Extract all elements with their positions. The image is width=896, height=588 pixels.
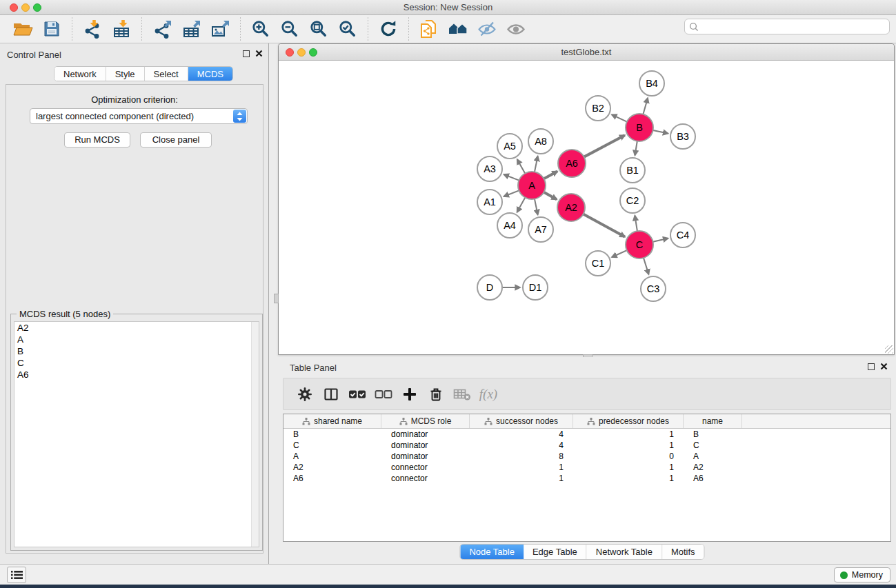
close-table-panel-icon[interactable] bbox=[880, 363, 888, 370]
node-B2[interactable]: B2 bbox=[586, 96, 610, 121]
table-cell[interactable]: dominator bbox=[381, 451, 470, 462]
tab-network-table[interactable]: Network Table bbox=[587, 545, 662, 559]
node-B4[interactable]: B4 bbox=[639, 71, 664, 96]
node-A5[interactable]: A5 bbox=[497, 134, 522, 159]
table-cell[interactable]: 4 bbox=[470, 429, 573, 440]
node-A[interactable]: A bbox=[518, 172, 546, 199]
close-panel-button[interactable]: Close panel bbox=[140, 132, 212, 148]
table-cell[interactable]: 4 bbox=[470, 440, 573, 451]
table-cell[interactable]: dominator bbox=[381, 429, 470, 440]
tab-motifs[interactable]: Motifs bbox=[662, 545, 704, 559]
table-cell[interactable]: 1 bbox=[573, 473, 684, 484]
search-input[interactable] bbox=[702, 22, 885, 32]
edge-B-B4[interactable] bbox=[643, 98, 648, 114]
node-D[interactable]: D bbox=[477, 275, 502, 300]
column-header-shared-name[interactable]: shared name bbox=[283, 414, 381, 428]
edge-C-C4[interactable] bbox=[653, 239, 668, 242]
table-cell[interactable]: A2 bbox=[684, 462, 742, 473]
table-cell[interactable]: A6 bbox=[684, 473, 742, 484]
node-A3[interactable]: A3 bbox=[477, 156, 502, 181]
edge-A-A1[interactable] bbox=[504, 190, 519, 196]
add-column-icon[interactable] bbox=[399, 384, 420, 405]
table-cell[interactable]: 1 bbox=[573, 429, 684, 440]
close-panel-icon[interactable] bbox=[255, 50, 263, 57]
criterion-select[interactable]: largest connected component (directed) bbox=[30, 108, 248, 124]
node-A7[interactable]: A7 bbox=[528, 217, 553, 242]
network-canvas[interactable]: B4B2BB3A8A5A6A3B1AC2A1A2A4A7C4CC1DD1C3 bbox=[279, 61, 894, 354]
edge-C-C2[interactable] bbox=[635, 216, 637, 232]
edge-B-B3[interactable] bbox=[653, 130, 668, 134]
save-session-icon[interactable] bbox=[40, 18, 63, 40]
table-cell[interactable]: 0 bbox=[573, 451, 684, 462]
delete-column-icon[interactable] bbox=[426, 384, 446, 405]
run-mcds-button[interactable]: Run MCDS bbox=[64, 132, 130, 148]
table-cell[interactable]: B bbox=[684, 429, 742, 440]
node-B1[interactable]: B1 bbox=[620, 158, 645, 183]
edge-A-A2[interactable] bbox=[544, 192, 557, 199]
table-row[interactable]: A2connector11A2 bbox=[283, 462, 890, 473]
result-list-item[interactable]: A bbox=[14, 334, 259, 345]
edge-A-A6[interactable] bbox=[544, 172, 557, 179]
import-network-icon[interactable] bbox=[81, 18, 104, 40]
table-row[interactable]: Adominator80A bbox=[283, 451, 890, 462]
edge-B-B2[interactable] bbox=[612, 114, 627, 121]
table-cell[interactable]: A bbox=[684, 451, 742, 462]
open-file-icon[interactable] bbox=[11, 18, 34, 40]
column-header-successor-nodes[interactable]: successor nodes bbox=[470, 414, 573, 428]
node-C2[interactable]: C2 bbox=[620, 188, 645, 213]
table-cell[interactable]: 1 bbox=[573, 462, 684, 473]
edge-C-C1[interactable] bbox=[612, 250, 627, 257]
table-cell[interactable]: A6 bbox=[283, 473, 381, 484]
table-cell[interactable]: 8 bbox=[470, 451, 573, 462]
node-C3[interactable]: C3 bbox=[641, 276, 666, 301]
zoom-selected-icon[interactable] bbox=[336, 18, 359, 40]
result-list-item[interactable]: A2 bbox=[14, 322, 259, 334]
node-C4[interactable]: C4 bbox=[670, 223, 695, 247]
tab-mcds[interactable]: MCDS bbox=[188, 67, 232, 81]
result-list-item[interactable]: C bbox=[14, 357, 259, 369]
deselect-all-icon[interactable] bbox=[373, 384, 394, 405]
edge-A-A8[interactable] bbox=[535, 156, 538, 172]
export-table-icon[interactable] bbox=[179, 18, 203, 40]
tab-network[interactable]: Network bbox=[54, 67, 106, 81]
result-list-scrollbar[interactable] bbox=[251, 322, 259, 547]
window-resize-grip[interactable] bbox=[885, 345, 893, 354]
tab-select[interactable]: Select bbox=[145, 67, 188, 81]
refresh-icon[interactable] bbox=[377, 18, 400, 40]
result-list-item[interactable]: A6 bbox=[14, 369, 259, 381]
node-A8[interactable]: A8 bbox=[528, 129, 553, 154]
table-row[interactable]: A6connector11A6 bbox=[283, 473, 890, 484]
table-cell[interactable]: B bbox=[283, 429, 381, 440]
table-row[interactable]: Cdominator41C bbox=[283, 440, 890, 451]
result-list-item[interactable]: B bbox=[14, 345, 259, 357]
zoom-in-icon[interactable] bbox=[249, 18, 272, 40]
tab-style[interactable]: Style bbox=[106, 67, 145, 81]
table-cell[interactable]: C bbox=[684, 440, 742, 451]
show-all-icon[interactable] bbox=[504, 18, 528, 40]
table-cell[interactable]: A bbox=[283, 451, 381, 462]
table-cell[interactable]: 1 bbox=[470, 473, 573, 484]
node-D1[interactable]: D1 bbox=[523, 275, 548, 300]
edge-A-A4[interactable] bbox=[517, 198, 526, 212]
node-B3[interactable]: B3 bbox=[670, 124, 695, 149]
edge-A-A7[interactable] bbox=[535, 199, 538, 215]
table-cell[interactable]: dominator bbox=[381, 440, 470, 451]
edge-C-C3[interactable] bbox=[644, 258, 648, 274]
node-C1[interactable]: C1 bbox=[586, 251, 610, 276]
table-cell[interactable]: connector bbox=[381, 473, 470, 484]
node-A6[interactable]: A6 bbox=[558, 150, 586, 177]
node-C[interactable]: C bbox=[626, 231, 653, 258]
export-image-icon[interactable] bbox=[208, 18, 232, 40]
gear-icon[interactable] bbox=[295, 384, 315, 405]
table-cell[interactable]: 1 bbox=[573, 440, 684, 451]
column-header-predecessor-nodes[interactable]: predecessor nodes bbox=[573, 414, 684, 428]
import-table-icon[interactable] bbox=[110, 18, 133, 40]
edge-A-A3[interactable] bbox=[504, 174, 519, 181]
first-neighbors-icon[interactable] bbox=[446, 18, 470, 40]
memory-button[interactable]: Memory bbox=[834, 567, 890, 582]
task-history-button[interactable] bbox=[7, 567, 26, 583]
zoom-fit-icon[interactable] bbox=[307, 18, 330, 40]
tab-edge-table[interactable]: Edge Table bbox=[524, 545, 587, 559]
table-cell[interactable]: connector bbox=[381, 462, 470, 473]
node-A1[interactable]: A1 bbox=[477, 190, 502, 214]
